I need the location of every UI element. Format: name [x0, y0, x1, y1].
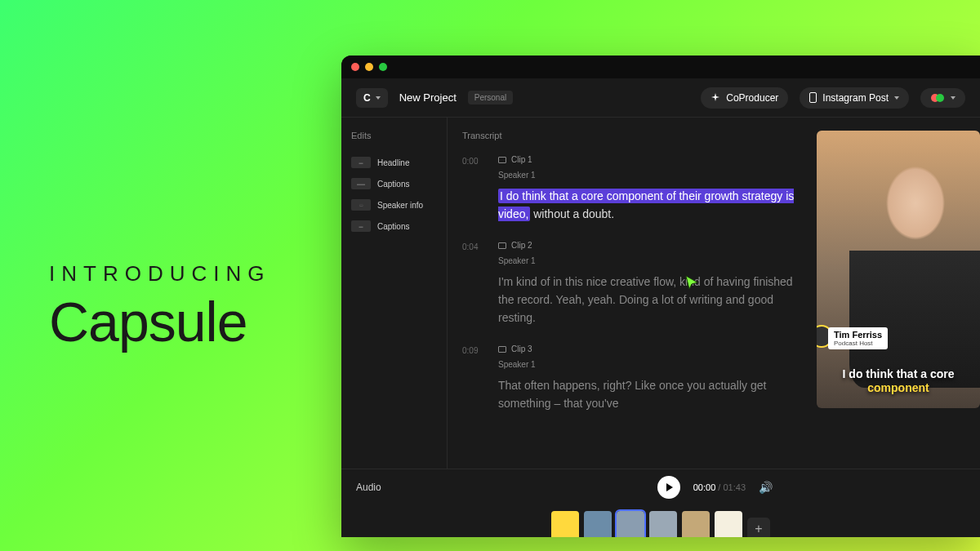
close-icon[interactable]	[351, 63, 359, 71]
clip-thumbnail[interactable]	[551, 511, 579, 537]
workspace-letter: C	[363, 92, 371, 104]
timestamp: 0:04	[462, 241, 487, 327]
caption-overlay: I do think that a core component	[817, 367, 980, 395]
transcript-text[interactable]: That often happens, right? Like once you…	[498, 377, 802, 412]
maximize-icon[interactable]	[379, 63, 387, 71]
timestamp: 0:00	[462, 155, 487, 223]
minimize-icon[interactable]	[365, 63, 373, 71]
sidebar-item-captions-2[interactable]: ▬Captions	[351, 216, 437, 237]
clip-strip: +	[341, 504, 980, 537]
clip-label: Clip 3	[498, 344, 802, 353]
audio-bar: Audio 00:00 / 01:43 🔊	[341, 469, 980, 504]
clip-label: Clip 1	[498, 155, 802, 164]
transcript-clip[interactable]: 0:00 Clip 1 Speaker 1 I do think that a …	[462, 155, 802, 223]
chevron-down-icon	[951, 96, 956, 100]
project-badge: Personal	[468, 91, 513, 104]
coproducer-button[interactable]: CoProducer	[701, 87, 788, 109]
workspace-switcher[interactable]: C	[356, 88, 388, 108]
phone-icon	[809, 92, 817, 103]
duration: 01:43	[723, 482, 746, 492]
app-window: C New Project Personal CoProducer Instag…	[341, 56, 980, 537]
clip-thumbnail-selected[interactable]	[617, 511, 644, 537]
hero-intro: INTRODUCING	[49, 261, 270, 287]
time-display: 00:00 / 01:43	[693, 482, 746, 492]
hero-title: Capsule	[49, 290, 270, 353]
transcript-text[interactable]: I'm kind of in this nice creative flow, …	[498, 273, 802, 327]
play-button[interactable]	[657, 476, 680, 499]
chevron-down-icon	[376, 96, 381, 100]
speaker-label: Speaker 1	[498, 171, 802, 180]
transcript-clip[interactable]: 0:09 Clip 3 Speaker 1 That often happens…	[462, 344, 802, 412]
clip-icon	[498, 157, 506, 163]
svg-rect-0	[810, 93, 817, 103]
speaker-label: Speaker 1	[498, 256, 802, 265]
clip-thumbnail[interactable]	[682, 511, 710, 537]
volume-icon[interactable]: 🔊	[759, 481, 773, 494]
clip-thumbnail[interactable]	[649, 511, 677, 537]
project-name[interactable]: New Project	[399, 91, 457, 104]
edits-sidebar: Edits ▬Headline ▬▬Captions ▭Speaker info…	[341, 118, 448, 469]
play-icon	[666, 483, 673, 491]
hero-text: INTRODUCING Capsule	[49, 261, 270, 353]
theme-toggle[interactable]	[920, 88, 965, 108]
sidebar-item-label: Captions	[377, 180, 409, 189]
speaker-role: Podcast Host	[834, 340, 882, 347]
clip-icon	[498, 242, 506, 249]
speaker-name: Tim Ferriss	[834, 330, 882, 340]
sidebar-item-label: Captions	[377, 222, 409, 231]
format-selector[interactable]: Instagram Post	[800, 87, 909, 109]
clip-thumbnail[interactable]	[584, 511, 612, 537]
sidebar-item-label: Headline	[377, 158, 409, 167]
timestamp: 0:09	[462, 344, 487, 412]
transcript-panel: Transcript 0:00 Clip 1 Speaker 1 I do th…	[448, 118, 817, 469]
chevron-down-icon	[894, 96, 899, 100]
speaker-label: Speaker 1	[498, 360, 802, 369]
clip-label: Clip 2	[498, 241, 802, 250]
window-titlebar	[341, 56, 980, 78]
clip-thumbnail[interactable]	[715, 511, 742, 537]
captions-thumb-icon: ▬	[351, 220, 371, 232]
headline-thumb-icon: ▬	[351, 157, 371, 168]
speaker-nametag: Tim Ferriss Podcast Host	[828, 327, 888, 349]
captions-thumb-icon: ▬▬	[351, 178, 371, 189]
video-preview[interactable]: Tim Ferriss Podcast Host I do think that…	[817, 131, 980, 408]
clip-icon	[498, 346, 506, 353]
sidebar-item-captions[interactable]: ▬▬Captions	[351, 173, 437, 194]
sidebar-header: Edits	[351, 131, 437, 140]
svg-point-2	[936, 94, 944, 102]
sparkle-icon	[710, 93, 720, 103]
sidebar-item-speaker-info[interactable]: ▭Speaker info	[351, 194, 437, 216]
add-clip-button[interactable]: +	[747, 518, 770, 537]
sidebar-item-label: Speaker info	[377, 201, 423, 210]
transcript-clip[interactable]: 0:04 Clip 2 Speaker 1 I'm kind of in thi…	[462, 241, 802, 327]
current-time: 00:00	[693, 482, 716, 492]
cursor-icon	[684, 274, 701, 292]
toolbar: C New Project Personal CoProducer Instag…	[341, 78, 980, 118]
theme-icon	[930, 93, 945, 103]
format-label: Instagram Post	[822, 92, 889, 104]
audio-label: Audio	[356, 482, 381, 493]
coproducer-label: CoProducer	[726, 92, 778, 104]
sidebar-item-headline[interactable]: ▬Headline	[351, 152, 437, 173]
speaker-thumb-icon: ▭	[351, 199, 371, 211]
transcript-header: Transcript	[462, 131, 802, 140]
transcript-text[interactable]: I do think that a core component of thei…	[498, 188, 802, 223]
preview-subject	[849, 151, 980, 388]
